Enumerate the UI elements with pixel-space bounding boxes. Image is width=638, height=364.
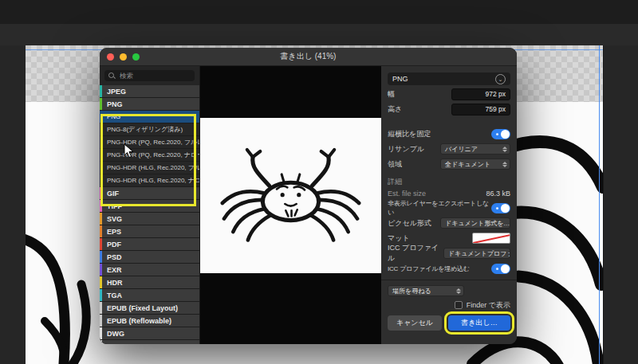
export-button[interactable]: 書き出し… xyxy=(448,315,510,331)
format-color-bar xyxy=(100,251,102,263)
height-input[interactable]: 759 px xyxy=(451,104,510,115)
resample-dropdown[interactable]: バイリニア xyxy=(440,143,510,155)
format-item[interactable]: TGA xyxy=(100,289,199,302)
panel-right xyxy=(603,45,638,364)
embed-icc-toggle[interactable] xyxy=(491,264,510,274)
zoom-button[interactable] xyxy=(132,53,140,61)
close-button[interactable] xyxy=(107,53,114,61)
format-item[interactable]: PNG xyxy=(100,98,199,111)
pixel-format-value: ドキュメント形式を… xyxy=(445,219,510,228)
finder-row: Finder で表示 xyxy=(388,300,510,310)
format-header-dropdown[interactable]: PNG ⌄ xyxy=(388,72,510,85)
screen: 書き出し (41%) JPEGPNGPNGPNG-8(ディザリング済み)PNG-… xyxy=(0,0,638,364)
save-location-row: 場所を尋ねる xyxy=(388,284,510,297)
format-item[interactable]: DXF xyxy=(100,340,199,344)
pixel-format-label: ピクセル形式 xyxy=(388,218,431,229)
format-color-bar xyxy=(100,200,102,212)
divider xyxy=(381,280,517,280)
format-item[interactable]: DWG xyxy=(100,327,199,340)
traffic-lights xyxy=(107,53,140,61)
resample-value: バイリニア xyxy=(445,145,478,154)
stepper-icon xyxy=(510,221,510,226)
format-subitem[interactable]: PNG xyxy=(100,111,199,123)
save-location-dropdown[interactable]: 場所を尋ねる xyxy=(388,285,464,296)
height-row: 高さ 759 px xyxy=(388,103,510,115)
dialog-body: JPEGPNGPNGPNG-8(ディザリング済み)PNG-HDR (PQ, Re… xyxy=(100,66,517,344)
format-item[interactable]: SVG xyxy=(100,213,199,225)
preview-crab-artwork xyxy=(200,118,381,273)
tool-panel-left xyxy=(0,45,26,364)
format-subitem[interactable]: PNG-HDR (PQ, Rec.2020, ナローレ… xyxy=(100,149,199,162)
format-color-bar xyxy=(100,85,102,97)
pixel-format-row: ピクセル形式 ドキュメント形式を… xyxy=(388,217,510,229)
format-label: PNG-HDR (PQ, Rec.2020, フルレンジ) xyxy=(107,138,199,147)
minimize-button[interactable] xyxy=(120,53,127,61)
search-box[interactable] xyxy=(104,70,195,81)
width-label: 幅 xyxy=(388,89,395,100)
format-subitem[interactable]: PNG-HDR (PQ, Rec.2020, フルレンジ) xyxy=(100,136,199,149)
format-label: JPEG xyxy=(107,88,126,96)
format-label: GIF xyxy=(107,190,119,198)
format-header-label: PNG xyxy=(392,75,408,83)
format-item[interactable]: GIF xyxy=(100,187,199,200)
format-item[interactable]: JPEG xyxy=(100,85,199,98)
format-label: PNG-HDR (PQ, Rec.2020, ナローレ… xyxy=(107,151,199,159)
area-dropdown[interactable]: 全ドキュメント xyxy=(440,159,510,170)
icc-profile-dropdown[interactable]: ドキュメントプロファ… xyxy=(443,248,510,259)
format-label: EXR xyxy=(107,266,122,274)
icc-profile-label: ICC プロファイル xyxy=(388,243,443,264)
format-sidebar: JPEGPNGPNGPNG-8(ディザリング済み)PNG-HDR (PQ, Re… xyxy=(100,66,200,344)
area-label: 領域 xyxy=(388,159,402,170)
filesize-value: 86.3 kB xyxy=(486,190,510,198)
stepper-icon xyxy=(456,288,461,294)
guide-vertical xyxy=(599,45,600,364)
dialog-title: 書き出し (41%) xyxy=(281,51,337,62)
hidden-layers-toggle[interactable] xyxy=(491,203,510,213)
embed-icc-row: ICC プロファイルを埋め込む xyxy=(388,262,510,275)
filesize-row: Est. file size 86.3 kB xyxy=(388,188,510,199)
format-item[interactable]: EPS xyxy=(100,225,199,238)
chevron-down-icon: ⌄ xyxy=(495,74,506,84)
finder-checkbox[interactable] xyxy=(455,301,463,309)
width-input[interactable]: 972 px xyxy=(451,88,510,100)
format-label: PNG xyxy=(107,113,120,120)
hidden-layers-label: 非表示レイヤーをエクスポートしない xyxy=(388,199,491,217)
format-item[interactable]: TIFF xyxy=(100,200,199,213)
filesize-label: Est. file size xyxy=(388,190,426,198)
format-subitem[interactable]: PNG-HDR (HLG, Rec.2020, ナローレ… xyxy=(100,174,199,187)
lock-aspect-row: 縦横比を固定 xyxy=(388,127,510,140)
dialog-buttons: キャンセル 書き出し… xyxy=(388,315,510,331)
format-item[interactable]: EPUB (Reflowable) xyxy=(100,315,199,327)
finder-label: Finder で表示 xyxy=(467,300,510,311)
search-icon xyxy=(108,72,115,79)
format-item[interactable]: PSD xyxy=(100,251,199,264)
export-preview[interactable] xyxy=(200,66,381,344)
cancel-button[interactable]: キャンセル xyxy=(388,315,442,331)
hidden-layers-row: 非表示レイヤーをエクスポートしない xyxy=(388,202,510,214)
resample-row: リサンプル バイリニア xyxy=(388,143,510,155)
lock-aspect-toggle[interactable] xyxy=(491,129,510,139)
preview-page xyxy=(200,118,381,273)
format-item[interactable]: PDF xyxy=(100,238,199,251)
format-label: HDR xyxy=(107,279,123,287)
format-color-bar xyxy=(100,213,102,225)
format-item[interactable]: HDR xyxy=(100,276,199,289)
format-item[interactable]: EXR xyxy=(100,264,199,276)
format-label: EPUB (Fixed Layout) xyxy=(107,304,178,312)
format-label: PDF xyxy=(107,241,121,249)
pixel-format-dropdown[interactable]: ドキュメント形式を… xyxy=(440,217,510,229)
format-label: PNG-HDR (HLG, Rec.2020, ナローレ… xyxy=(107,176,199,185)
format-label: EPUB (Reflowable) xyxy=(107,317,171,325)
format-label: PSD xyxy=(107,253,122,261)
format-subitem[interactable]: PNG-HDR (HLG, Rec.2020, フルレン… xyxy=(100,162,199,174)
format-label: PNG-HDR (HLG, Rec.2020, フルレン… xyxy=(107,163,199,172)
icc-profile-value: ドキュメントプロファ… xyxy=(448,249,510,258)
format-item[interactable]: EPUB (Fixed Layout) xyxy=(100,302,199,315)
format-subitem[interactable]: PNG-8(ディザリング済み) xyxy=(100,123,199,136)
embed-icc-label: ICC プロファイルを埋め込む xyxy=(388,264,470,273)
format-list: JPEGPNGPNGPNG-8(ディザリング済み)PNG-HDR (PQ, Re… xyxy=(100,85,199,344)
resample-label: リサンプル xyxy=(388,144,424,155)
dialog-titlebar[interactable]: 書き出し (41%) xyxy=(100,48,517,66)
matte-color-swatch[interactable] xyxy=(472,233,510,244)
search-input[interactable] xyxy=(118,71,193,80)
